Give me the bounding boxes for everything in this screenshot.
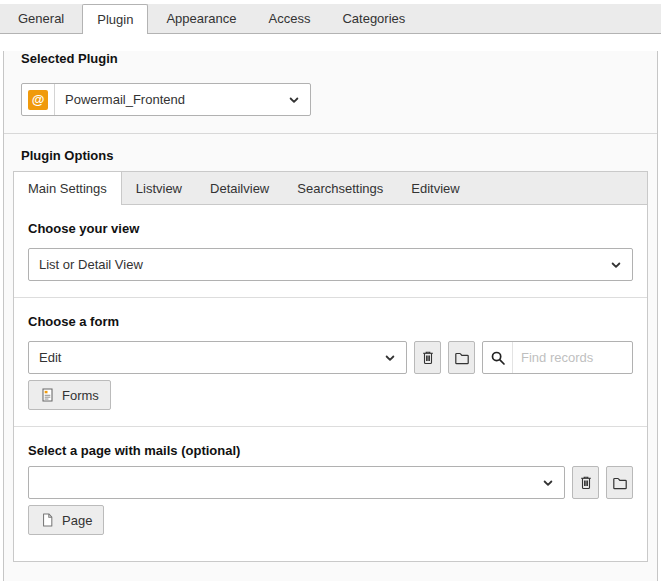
powermail-at-icon: @ [22, 84, 55, 115]
view-select[interactable]: List or Detail View [28, 248, 633, 281]
subtab-searchsettings[interactable]: Searchsettings [283, 172, 397, 204]
folder-icon [454, 350, 470, 366]
tab-plugin[interactable]: Plugin [82, 4, 148, 34]
choose-view-section: Choose your view List or Detail View [14, 205, 647, 298]
selected-plugin-value: Powermail_Frontend [55, 92, 288, 107]
page-document-icon [40, 512, 55, 528]
trash-icon [420, 350, 436, 366]
form-document-icon [40, 387, 55, 403]
choose-view-heading: Choose your view [28, 221, 633, 236]
choose-form-section: Choose a form Edit [14, 298, 647, 427]
forms-wizard-label: Forms [62, 388, 99, 403]
view-select-value: List or Detail View [29, 257, 610, 272]
choose-form-heading: Choose a form [28, 314, 633, 329]
form-select[interactable]: Edit [28, 341, 407, 374]
find-records-group [482, 341, 633, 374]
plugin-options-tabbar: Main Settings Listview Detailview Search… [13, 171, 648, 204]
section-divider [4, 133, 657, 134]
subtab-listview[interactable]: Listview [122, 172, 196, 204]
subtab-detailview[interactable]: Detailview [196, 172, 283, 204]
main-settings-panel: Choose your view List or Detail View Cho… [13, 204, 648, 562]
chevron-down-icon [610, 259, 622, 271]
magnifier-icon [483, 342, 513, 373]
form-select-value: Edit [29, 350, 384, 365]
selected-plugin-heading: Selected Plugin [21, 51, 657, 66]
forms-wizard-button[interactable]: Forms [28, 380, 111, 410]
page-wizard-label: Page [62, 513, 92, 528]
powermail-at-glyph: @ [28, 90, 48, 110]
trash-icon [578, 475, 594, 491]
plugin-options-heading: Plugin Options [21, 148, 657, 163]
tab-access[interactable]: Access [255, 4, 325, 33]
subtab-main-settings[interactable]: Main Settings [14, 172, 122, 205]
tab-general[interactable]: General [4, 4, 78, 33]
subtab-editview[interactable]: Editview [397, 172, 473, 204]
chevron-down-icon [542, 477, 554, 489]
selected-plugin-select[interactable]: @ Powermail_Frontend [21, 83, 311, 116]
browse-form-folder-button[interactable] [448, 341, 475, 374]
delete-form-button[interactable] [414, 341, 441, 374]
page-select[interactable] [28, 466, 565, 499]
tab-categories[interactable]: Categories [328, 4, 419, 33]
tab-appearance[interactable]: Appearance [152, 4, 250, 33]
find-records-input[interactable] [513, 350, 632, 365]
chevron-down-icon [288, 94, 300, 106]
folder-icon [612, 475, 628, 491]
delete-page-button[interactable] [572, 466, 599, 499]
chevron-down-icon [384, 352, 396, 364]
browse-page-folder-button[interactable] [606, 466, 633, 499]
element-tabbar: General Plugin Appearance Access Categor… [0, 4, 661, 34]
plugin-tab-panel: Selected Plugin @ Powermail_Frontend Plu… [3, 51, 658, 581]
page-with-mails-section: Select a page with mails (optional) [14, 427, 647, 561]
page-with-mails-heading: Select a page with mails (optional) [28, 443, 633, 458]
page-wizard-button[interactable]: Page [28, 505, 104, 535]
